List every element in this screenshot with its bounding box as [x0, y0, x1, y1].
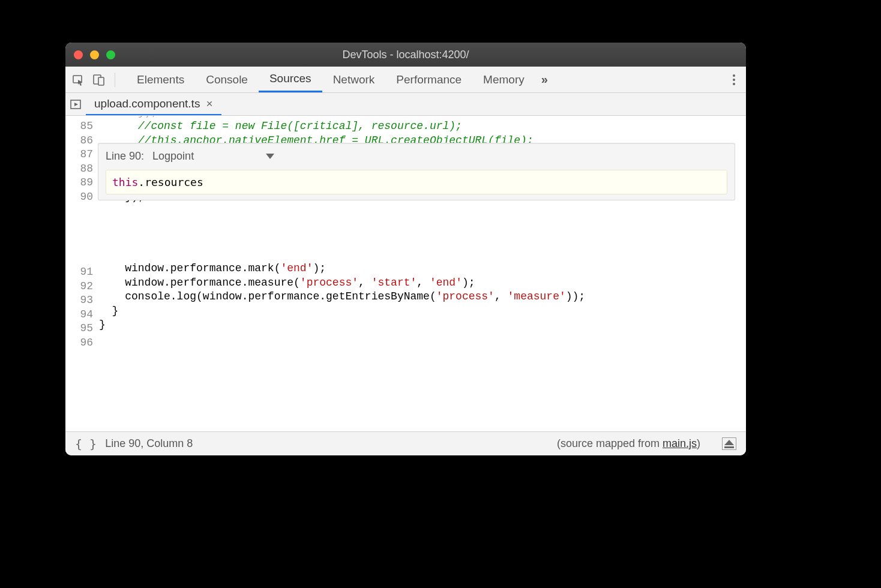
svg-rect-2	[98, 77, 104, 85]
toggle-device-toolbar-icon[interactable]	[93, 74, 105, 86]
code-line[interactable]	[99, 332, 746, 347]
devtools-toolbar: ElementsConsoleSourcesNetworkPerformance…	[65, 67, 746, 93]
show-navigator-button[interactable]	[65, 98, 86, 110]
code-content[interactable]: }); //const file = new File([critical], …	[99, 116, 746, 346]
line-number[interactable]: 86	[65, 134, 94, 148]
chevron-down-icon	[266, 154, 274, 159]
line-number[interactable]: 96	[65, 336, 94, 350]
line-number[interactable]: 91	[65, 265, 94, 280]
toolbar-divider	[115, 73, 115, 87]
file-tab-filename: upload.component.ts	[94, 97, 200, 110]
breakpoint-type-select[interactable]: Logpoint	[152, 149, 274, 164]
file-tab[interactable]: upload.component.ts ×	[86, 93, 221, 115]
sourcemap-file-link[interactable]: main.js	[663, 437, 697, 449]
panel-tabs: ElementsConsoleSourcesNetworkPerformance…	[126, 67, 535, 92]
panel-tab-console[interactable]: Console	[195, 67, 259, 92]
show-drawer-button[interactable]	[722, 437, 736, 450]
line-number[interactable]: 92	[65, 280, 94, 294]
sourcemap-info: (source mapped from main.js)	[557, 437, 700, 450]
logpoint-line-label: Line 90:	[106, 149, 144, 164]
logpoint-panel: Line 90:Logpointthis.resources	[98, 143, 735, 200]
devtools-window: DevTools - localhost:4200/ ElementsConso…	[65, 43, 746, 455]
code-editor[interactable]: 84858687888990919293949596 }); //const f…	[65, 116, 746, 431]
code-line[interactable]: window.performance.measure('process', 's…	[99, 276, 746, 290]
window-titlebar: DevTools - localhost:4200/	[65, 43, 746, 67]
code-line[interactable]: }	[99, 304, 746, 319]
code-line[interactable]: console.log(window.performance.getEntrie…	[99, 290, 746, 304]
window-title: DevTools - localhost:4200/	[65, 49, 746, 61]
line-number[interactable]: 85	[65, 119, 94, 134]
close-tab-button[interactable]: ×	[206, 97, 212, 110]
code-line[interactable]: //const file = new File([critical], reso…	[99, 119, 746, 134]
panel-tab-performance[interactable]: Performance	[385, 67, 472, 92]
line-number[interactable]: 88	[65, 162, 94, 176]
pretty-print-button[interactable]: { }	[75, 437, 97, 451]
line-number-gutter[interactable]: 84858687888990919293949596	[65, 116, 97, 431]
line-number[interactable]: 95	[65, 322, 94, 336]
line-number[interactable]: 94	[65, 308, 94, 322]
line-number[interactable]: 87	[65, 148, 94, 162]
zoom-window-button[interactable]	[106, 50, 115, 59]
cursor-position: Line 90, Column 8	[105, 437, 193, 450]
panel-tab-sources[interactable]: Sources	[259, 67, 322, 92]
line-number[interactable]: 89	[65, 176, 94, 190]
devtools-menu-button[interactable]	[722, 74, 746, 85]
kebab-icon	[733, 74, 735, 85]
code-line[interactable]: }	[99, 318, 746, 332]
sourcemap-prefix: (source mapped from	[557, 437, 663, 449]
eject-icon	[724, 440, 734, 445]
logpoint-expression-input[interactable]: this.resources	[106, 170, 727, 195]
traffic-lights	[65, 50, 115, 59]
panel-tab-network[interactable]: Network	[322, 67, 386, 92]
close-window-button[interactable]	[74, 50, 83, 59]
code-line[interactable]: window.performance.mark('end');	[99, 262, 746, 276]
minimize-window-button[interactable]	[90, 50, 99, 59]
breakpoint-type-label: Logpoint	[152, 149, 194, 164]
inspect-element-icon[interactable]	[73, 74, 85, 86]
line-number[interactable]: 90	[65, 190, 94, 205]
line-number[interactable]: 93	[65, 293, 94, 308]
panel-tab-elements[interactable]: Elements	[126, 67, 195, 92]
svg-marker-4	[74, 103, 78, 106]
status-bar: { } Line 90, Column 8 (source mapped fro…	[65, 431, 746, 455]
more-panels-button[interactable]: »	[535, 73, 552, 86]
file-tab-bar: upload.component.ts ×	[65, 93, 746, 116]
sourcemap-suffix: )	[697, 437, 700, 449]
panel-tab-memory[interactable]: Memory	[472, 67, 535, 92]
